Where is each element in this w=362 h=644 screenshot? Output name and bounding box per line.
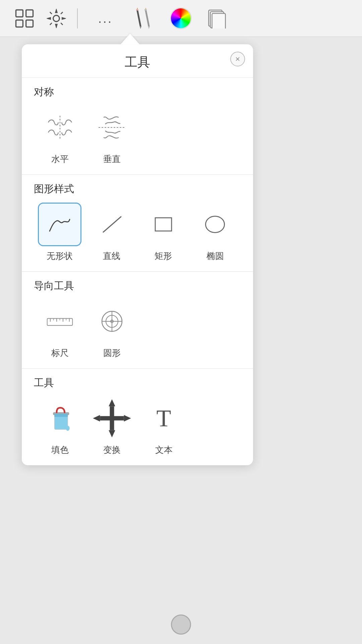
shape-style-grid: 无形状 直线: [34, 203, 241, 262]
toolbar: ...: [0, 0, 362, 37]
svg-rect-1: [26, 10, 33, 17]
vertical-symmetry-icon-box: [90, 106, 134, 149]
fill-icon-box: [38, 396, 82, 440]
symmetry-section: 对称: [22, 77, 253, 174]
panel-title: 工具: [125, 54, 150, 71]
ruler-label: 标尺: [51, 347, 69, 359]
more-icon: ...: [98, 12, 113, 25]
svg-rect-15: [144, 9, 147, 11]
vertical-symmetry-label: 垂直: [103, 153, 121, 165]
line-item[interactable]: 直线: [86, 203, 138, 262]
svg-rect-39: [54, 414, 68, 417]
settings-button[interactable]: [45, 7, 67, 29]
transform-icon-box: [90, 396, 134, 440]
symmetry-grid: 水平: [34, 106, 241, 165]
ellipse-item[interactable]: 椭圆: [189, 203, 241, 262]
svg-rect-46: [100, 416, 124, 421]
color-wheel-button[interactable]: [170, 7, 192, 29]
svg-point-40: [66, 426, 69, 431]
guide-tools-section: 导向工具: [22, 271, 253, 368]
horizontal-symmetry-icon-box: [38, 106, 82, 149]
svg-rect-18: [212, 13, 225, 29]
circle-guide-label: 圆形: [103, 347, 121, 359]
svg-marker-6: [136, 10, 141, 27]
no-shape-label: 无形状: [47, 250, 73, 262]
shape-style-section: 图形样式 无形状: [22, 174, 253, 271]
pencils-button[interactable]: [130, 7, 157, 29]
svg-marker-41: [109, 399, 115, 406]
vertical-symmetry-item[interactable]: 垂直: [86, 106, 138, 165]
tools-panel: 工具 × 对称: [22, 44, 253, 465]
svg-marker-12: [148, 27, 150, 29]
guide-tools-grid: 标尺: [34, 300, 241, 359]
rectangle-label: 矩形: [155, 250, 172, 262]
transform-item[interactable]: 变换: [86, 396, 138, 456]
close-button[interactable]: ×: [230, 52, 245, 66]
circle-guide-icon-box: [90, 300, 134, 343]
toolbar-divider: [77, 8, 78, 29]
line-icon-box: [90, 203, 133, 246]
svg-point-5: [53, 15, 59, 21]
text-item[interactable]: T 文本: [138, 396, 190, 456]
horizontal-symmetry-item[interactable]: 水平: [34, 106, 86, 165]
svg-marker-44: [124, 415, 131, 422]
rectangle-icon-box: [141, 203, 185, 246]
popup-arrow: [121, 34, 139, 44]
circle-guide-item[interactable]: 圆形: [86, 300, 138, 359]
line-label: 直线: [103, 250, 120, 262]
svg-rect-22: [155, 218, 172, 231]
rectangle-item[interactable]: 矩形: [137, 203, 189, 262]
tools-section-title: 工具: [34, 376, 241, 390]
no-shape-item[interactable]: 无形状: [34, 203, 86, 262]
text-label: 文本: [155, 444, 173, 456]
ellipse-icon-box: [193, 203, 237, 246]
text-tool-icon: T: [157, 406, 171, 430]
text-icon-box: T: [142, 396, 186, 440]
close-icon: ×: [235, 54, 240, 64]
tools-popup: 工具 × 对称: [17, 34, 258, 465]
color-wheel-icon: [170, 7, 192, 29]
svg-rect-0: [16, 10, 23, 17]
svg-marker-42: [109, 430, 115, 437]
horizontal-symmetry-label: 水平: [51, 153, 69, 165]
panel-title-row: 工具 ×: [22, 44, 253, 77]
svg-marker-43: [93, 415, 100, 422]
no-shape-icon-box: [38, 203, 81, 246]
tools-section-grid: 填色: [34, 396, 241, 456]
more-button[interactable]: ...: [95, 7, 116, 29]
fill-label: 填色: [51, 444, 69, 456]
svg-rect-2: [16, 20, 23, 27]
layers-button[interactable]: [205, 7, 227, 29]
guide-tools-title: 导向工具: [34, 279, 241, 293]
home-indicator[interactable]: [171, 614, 191, 635]
svg-marker-8: [140, 27, 141, 29]
svg-line-21: [103, 217, 121, 232]
ruler-item[interactable]: 标尺: [34, 300, 86, 359]
symmetry-title: 对称: [34, 85, 241, 99]
grid-button[interactable]: [13, 7, 35, 29]
ruler-icon-box: [38, 300, 82, 343]
svg-point-23: [206, 216, 225, 233]
svg-rect-3: [26, 20, 33, 27]
svg-rect-14: [136, 9, 138, 11]
svg-marker-10: [145, 10, 150, 27]
transform-label: 变换: [103, 444, 121, 456]
tools-section: 工具: [22, 368, 253, 465]
shape-style-title: 图形样式: [34, 182, 241, 196]
fill-item[interactable]: 填色: [34, 396, 86, 456]
ellipse-label: 椭圆: [206, 250, 224, 262]
